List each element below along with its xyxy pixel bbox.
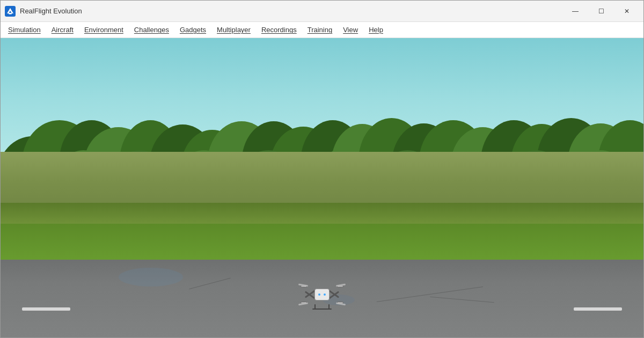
close-button[interactable]: ✕ xyxy=(614,3,639,19)
menu-item-multiplayer[interactable]: Multiplayer xyxy=(211,24,256,36)
svg-rect-0 xyxy=(5,6,16,17)
menu-item-recordings[interactable]: Recordings xyxy=(256,24,302,36)
maximize-button[interactable]: ☐ xyxy=(589,3,613,19)
simulation-viewport xyxy=(1,38,643,337)
app-icon xyxy=(5,6,16,17)
menu-item-challenges[interactable]: Challenges xyxy=(129,24,174,36)
drone-body xyxy=(314,289,330,300)
menu-item-aircraft[interactable]: Aircraft xyxy=(46,24,79,36)
app-window: RealFlight Evolution — ☐ ✕ Simulation Ai… xyxy=(0,0,644,338)
menu-item-view[interactable]: View xyxy=(338,24,363,36)
svg-rect-2 xyxy=(9,13,12,14)
runway-dash-right xyxy=(574,307,622,311)
menu-item-training[interactable]: Training xyxy=(302,24,338,36)
drone xyxy=(301,284,343,305)
menu-item-simulation[interactable]: Simulation xyxy=(3,24,46,36)
menu-item-help[interactable]: Help xyxy=(363,24,389,36)
menu-item-gadgets[interactable]: Gadgets xyxy=(174,24,211,36)
drone-light-right xyxy=(324,293,326,296)
drone-light-left xyxy=(318,293,320,296)
window-controls: — ☐ ✕ xyxy=(563,3,639,19)
drone-landing-gear xyxy=(312,304,332,310)
gear-base xyxy=(312,308,332,310)
title-bar: RealFlight Evolution — ☐ ✕ xyxy=(1,1,643,22)
wet-spot-1 xyxy=(119,268,183,286)
menu-item-environment[interactable]: Environment xyxy=(79,24,129,36)
window-title: RealFlight Evolution xyxy=(20,7,82,15)
title-bar-left: RealFlight Evolution xyxy=(5,6,563,17)
menu-bar: Simulation Aircraft Environment Challeng… xyxy=(1,22,643,38)
minimize-button[interactable]: — xyxy=(563,3,588,19)
runway-dash-left xyxy=(22,307,70,311)
